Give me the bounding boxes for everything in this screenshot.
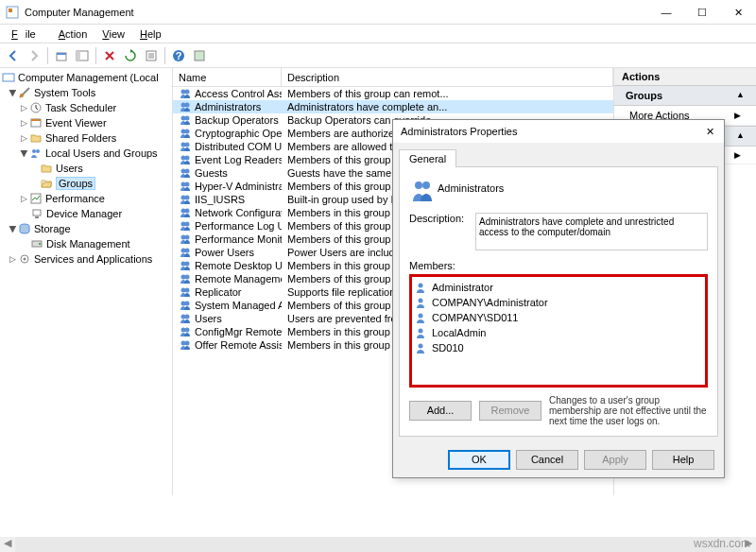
tree-performance[interactable]: ▷Performance: [0, 191, 172, 206]
tree-groups[interactable]: Groups: [0, 176, 172, 191]
collapse-icon[interactable]: ⯆: [19, 148, 28, 158]
svg-point-16: [36, 149, 40, 153]
apply-button[interactable]: Apply: [584, 450, 646, 470]
tree-users[interactable]: Users: [0, 161, 172, 176]
user-icon: [415, 282, 428, 293]
tree-local-users[interactable]: ⯆Local Users and Groups: [0, 146, 172, 161]
group-icon: [179, 300, 192, 311]
users-icon: [29, 147, 43, 160]
list-row[interactable]: AdministratorsAdministrators have comple…: [173, 100, 613, 113]
member-name: SD010: [432, 342, 464, 354]
tree-system-tools[interactable]: ⯆System Tools: [0, 85, 172, 100]
remove-button[interactable]: Remove: [479, 401, 541, 421]
svg-point-56: [185, 288, 190, 293]
svg-point-64: [185, 341, 190, 346]
tree-storage[interactable]: ⯆Storage: [0, 221, 172, 236]
dialog-help-button[interactable]: Help: [652, 450, 714, 470]
horizontal-scrollbar[interactable]: ◀ ▶: [0, 537, 756, 552]
svg-point-66: [422, 181, 430, 189]
row-name: Network Configuratio...: [195, 207, 282, 218]
expand-icon[interactable]: ▷: [19, 194, 28, 203]
menu-help[interactable]: Help: [132, 28, 169, 40]
group-icon: [179, 154, 192, 165]
tree-task-scheduler[interactable]: ▷Task Scheduler: [0, 100, 172, 115]
tree-root[interactable]: Computer Management (Local: [0, 70, 172, 85]
add-button[interactable]: Add...: [409, 401, 472, 421]
user-icon: [415, 297, 428, 308]
row-name: System Managed Acc...: [195, 300, 282, 311]
description-label: Description:: [409, 213, 475, 224]
group-icon: [179, 220, 192, 232]
ok-button[interactable]: OK: [448, 450, 510, 470]
actions-header: Actions: [614, 68, 756, 85]
tree-event-viewer[interactable]: ▷Event Viewer: [0, 115, 172, 130]
member-row[interactable]: SD010: [415, 340, 702, 355]
properties-button[interactable]: [190, 46, 209, 65]
expand-icon[interactable]: ▷: [19, 118, 28, 128]
back-button[interactable]: [4, 46, 23, 65]
up-button[interactable]: [52, 46, 71, 65]
tree-disk-management[interactable]: Disk Management: [0, 236, 172, 251]
refresh-button[interactable]: [121, 46, 140, 65]
event-icon: [29, 116, 43, 129]
tools-icon: [18, 86, 31, 99]
cancel-button[interactable]: Cancel: [516, 450, 578, 470]
menu-view[interactable]: View: [94, 28, 132, 40]
close-button[interactable]: ✕: [720, 0, 756, 25]
member-row[interactable]: COMPANY\Administrator: [415, 295, 702, 310]
help-button[interactable]: ?: [169, 46, 188, 65]
chevron-right-icon: ▶: [734, 150, 741, 160]
show-hide-tree-button[interactable]: [73, 46, 92, 65]
forward-button[interactable]: [25, 46, 43, 65]
row-name: Access Control Assist...: [195, 88, 282, 99]
expand-icon[interactable]: ▷: [19, 103, 28, 112]
svg-point-58: [185, 302, 190, 306]
collapse-icon[interactable]: ⯆: [8, 224, 17, 233]
expand-icon[interactable]: ▷: [8, 254, 17, 264]
window-title: Computer Management: [25, 7, 648, 18]
members-list[interactable]: AdministratorCOMPANY\AdministratorCOMPAN…: [409, 274, 708, 388]
svg-point-65: [415, 181, 422, 189]
svg-point-44: [185, 209, 190, 214]
actions-group-groups[interactable]: Groups▲: [614, 85, 756, 106]
delete-button[interactable]: [100, 46, 119, 65]
list-row[interactable]: Access Control Assist...Members of this …: [173, 87, 613, 100]
member-row[interactable]: LocalAdmin: [415, 325, 702, 340]
column-name[interactable]: Name: [173, 68, 282, 86]
collapse-icon[interactable]: ⯆: [8, 88, 17, 97]
clock-icon: [29, 101, 43, 114]
chevron-right-icon: ▶: [734, 111, 741, 120]
group-icon: [179, 88, 192, 99]
svg-point-46: [185, 222, 190, 227]
svg-point-60: [185, 315, 190, 319]
maximize-button[interactable]: ☐: [684, 0, 720, 25]
tree-shared-folders[interactable]: ▷Shared Folders: [0, 130, 172, 146]
svg-point-26: [185, 90, 190, 95]
group-icon: [179, 286, 192, 298]
menu-action[interactable]: Action: [51, 28, 95, 40]
description-field[interactable]: Administrators have complete and unrestr…: [475, 213, 708, 250]
expand-icon[interactable]: ▷: [19, 133, 28, 143]
svg-point-71: [419, 344, 423, 349]
svg-point-67: [419, 284, 423, 288]
export-button[interactable]: [142, 46, 161, 65]
menu-file[interactable]: File: [4, 28, 51, 40]
row-name: Performance Monitor ...: [195, 233, 282, 245]
minimize-button[interactable]: —: [648, 0, 684, 25]
column-description[interactable]: Description: [282, 68, 613, 86]
navigation-tree: Computer Management (Local ⯆System Tools…: [0, 68, 173, 495]
group-icon: [179, 207, 192, 218]
toolbar: ?: [0, 43, 756, 68]
member-name: COMPANY\Administrator: [432, 297, 548, 308]
group-icon: [179, 181, 192, 192]
members-label: Members:: [409, 260, 708, 271]
menubar: File Action View Help: [0, 25, 756, 43]
dialog-close-button[interactable]: ✕: [696, 126, 724, 138]
tree-device-manager[interactable]: Device Manager: [0, 206, 172, 221]
tree-services[interactable]: ▷Services and Applications: [0, 251, 172, 267]
storage-icon: [18, 222, 31, 235]
member-row[interactable]: Administrator: [415, 280, 702, 295]
user-icon: [415, 342, 428, 354]
tab-general[interactable]: General: [399, 149, 456, 167]
member-row[interactable]: COMPANY\SD011: [415, 310, 702, 325]
